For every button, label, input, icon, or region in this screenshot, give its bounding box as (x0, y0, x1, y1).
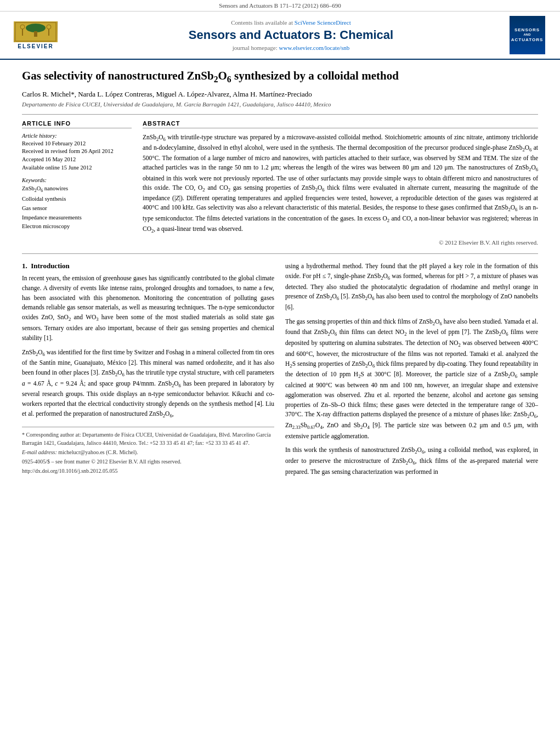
received-date: Received 10 February 2012 (22, 140, 132, 148)
section1-right-para3: In this work the synthesis of nanostruct… (285, 445, 538, 477)
svg-point-2 (26, 24, 46, 32)
article-history: Article history: Received 10 February 20… (22, 133, 132, 172)
article-info-column: ARTICLE INFO Article history: Received 1… (22, 120, 132, 246)
journal-homepage: journal homepage: www.elsevier.com/locat… (77, 44, 505, 51)
abstract-text: ZnSb2O6 with trirutile-type structure wa… (143, 133, 538, 235)
keywords-list: ZnSb2O6 nanowires Colloidal synthesis Ga… (22, 184, 132, 231)
svg-rect-3 (34, 31, 37, 37)
abstract-heading: ABSTRACT (143, 120, 538, 128)
homepage-label: journal homepage: (233, 44, 279, 51)
elsevier-text: ELSEVIER (18, 43, 53, 49)
homepage-link[interactable]: www.elsevier.com/locate/snb (279, 44, 350, 51)
sensors-logo-area: SENSORS AND ACTUATORS (505, 16, 549, 54)
top-header: Sensors and Actuators B 171–172 (2012) 6… (0, 0, 560, 12)
footnotes: * Corresponding author at: Departamento … (22, 427, 274, 475)
journal-header-center: Contents lists available at SciVerse Sci… (77, 19, 505, 51)
footnote-issn: 0925-4005/$ – see front matter © 2012 El… (22, 457, 274, 466)
article-info-heading: ARTICLE INFO (22, 120, 132, 128)
journal-header: ELSEVIER Contents lists available at Sci… (0, 12, 560, 60)
main-content: Gas selectivity of nanostructured ZnSb2O… (0, 60, 560, 493)
section1-heading: Introduction (31, 262, 70, 270)
available-date: Available online 15 June 2012 (22, 164, 132, 172)
svg-point-4 (20, 25, 25, 29)
footnote-corresponding: * Corresponding author at: Departamento … (22, 431, 274, 447)
section1-right-para1: using a hydrothermal method. They found … (285, 262, 538, 313)
svg-point-6 (47, 25, 51, 29)
authors: Carlos R. Michel*, Narda L. López Contre… (22, 90, 538, 99)
article-info-abstract: ARTICLE INFO Article history: Received 1… (22, 114, 538, 246)
received-revised-date: Received in revised form 26 April 2012 (22, 148, 132, 156)
sensors-logo-and: AND (524, 33, 531, 37)
section1-para2: ZnSb2O6 was identified for the first tim… (22, 348, 274, 420)
footnote-email: E-mail address: michelucr@yahoo.es (C.R.… (22, 448, 274, 456)
sciverse-anchor[interactable]: SciVerse ScienceDirect (295, 19, 351, 26)
section1-para1: In recent years, the emission of greenho… (22, 274, 274, 343)
section1-number: 1. (22, 262, 27, 270)
sensors-logo: SENSORS AND ACTUATORS (510, 16, 545, 54)
elsevier-image (14, 21, 58, 42)
sciverse-link: Contents lists available at SciVerse Sci… (77, 19, 505, 26)
body-content: 1. Introduction In recent years, the emi… (22, 253, 538, 482)
journal-title: Sensors and Actuators B: Chemical (77, 28, 505, 42)
section1-title: 1. Introduction (22, 262, 274, 270)
journal-citation: Sensors and Actuators B 171–172 (2012) 6… (219, 2, 341, 9)
keywords-group: Keywords: ZnSb2O6 nanowires Colloidal sy… (22, 177, 132, 231)
accepted-date: Accepted 16 May 2012 (22, 156, 132, 164)
sensors-logo-top: SENSORS (514, 27, 540, 33)
history-label: Article history: (22, 133, 132, 139)
affiliation: Departamento de Física CUCEI, Universida… (22, 101, 538, 108)
copyright: © 2012 Elsevier B.V. All rights reserved… (143, 239, 538, 246)
elsevier-logo: ELSEVIER (11, 21, 60, 49)
body-right-column: using a hydrothermal method. They found … (285, 262, 538, 482)
elsevier-logo-area: ELSEVIER (11, 21, 77, 49)
abstract-column: ABSTRACT ZnSb2O6 with trirutile-type str… (143, 120, 538, 246)
keywords-label: Keywords: (22, 177, 132, 183)
body-left-column: 1. Introduction In recent years, the emi… (22, 262, 274, 482)
article-title: Gas selectivity of nanostructured ZnSb2O… (22, 69, 538, 86)
section1-right-para2: The gas sensing properties of thin and t… (285, 317, 538, 442)
sensors-logo-bottom: ACTUATORS (511, 37, 543, 43)
footnote-doi: http://dx.doi.org/10.1016/j.snb.2012.05.… (22, 467, 274, 475)
sciverse-text: Contents lists available at (231, 19, 294, 26)
